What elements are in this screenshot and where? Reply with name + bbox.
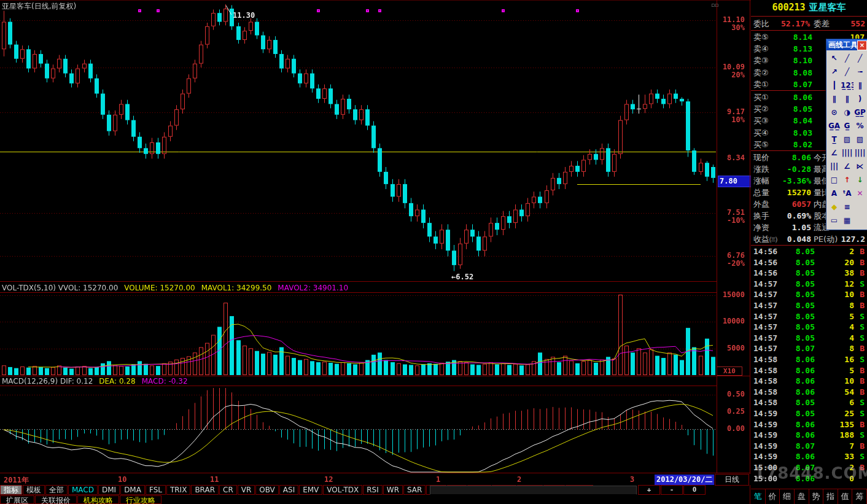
trade-volume: 5 xyxy=(818,365,854,376)
indicator-tab-vr[interactable]: VR xyxy=(238,485,255,495)
vertical-line-tool-icon[interactable]: ┃ xyxy=(828,79,841,92)
chart-scrollbar[interactable] xyxy=(430,486,637,495)
speed-lines-tool-icon[interactable]: ||| xyxy=(828,160,841,173)
info-value: 6057 xyxy=(776,198,811,210)
indicator-tab-obv[interactable]: OBV xyxy=(255,485,279,495)
indicator-tab-rsi[interactable]: RSI xyxy=(363,485,383,495)
trade-volume: 188 xyxy=(818,430,854,440)
parallel-channel-tool-icon[interactable]: ∥ xyxy=(828,92,841,106)
indicator-tab-trix[interactable]: TRIX xyxy=(166,485,190,495)
buy-level-price: 8.03 xyxy=(773,127,812,139)
indicator-tab-模板[interactable]: 模板 xyxy=(23,485,45,495)
chart-corner-icon[interactable]: ▫▫ xyxy=(711,2,718,8)
scroll-button--[interactable]: - xyxy=(661,485,683,495)
ga-tool-icon[interactable]: G̲A̲ xyxy=(828,119,841,133)
buy-level-price: 8.02 xyxy=(773,139,812,150)
drawing-tools-window[interactable]: 画线工具 × ↖╱╱↗╱╼┃1̲2̲3̲∥∥∥)⊙◑G̲P̲G̲A̲G̲%T̲▨… xyxy=(826,39,867,230)
segment-tool-icon[interactable]: ╱ xyxy=(841,65,853,79)
buy-level-price: 8.05 xyxy=(773,103,812,115)
highlight-tool-icon[interactable]: ◆ xyxy=(828,200,841,214)
gann-lines-tool-icon[interactable]: ∥ xyxy=(841,92,853,106)
chart-canvas[interactable] xyxy=(0,0,750,485)
indicator-tab-cr[interactable]: CR xyxy=(219,485,237,495)
indicator-tab-wr[interactable]: WR xyxy=(383,485,403,495)
band-tool-icon[interactable]: ▨ xyxy=(853,133,866,146)
spacer-icon[interactable] xyxy=(853,200,866,214)
trade-side: B xyxy=(860,462,865,473)
delete-drawing-tool-icon[interactable]: ✕ xyxy=(853,187,866,200)
fibonacci-time-tool-icon[interactable]: |||| xyxy=(853,146,866,160)
close-icon[interactable]: × xyxy=(857,41,867,50)
ruler-tool-icon[interactable]: ▭ xyxy=(828,214,841,227)
note-tool-icon[interactable]: ≡ xyxy=(841,200,853,214)
indicator-tab-dma[interactable]: DMA xyxy=(120,485,145,495)
trade-row: 14:598.06188S xyxy=(751,430,867,440)
indicator-tab-asi[interactable]: ASI xyxy=(279,485,298,495)
pointer-tool-icon[interactable]: ↖ xyxy=(828,52,841,65)
indicator-tab-emv[interactable]: EMV xyxy=(299,485,322,495)
rectangle-tool-icon[interactable]: □ xyxy=(828,173,841,187)
info-label: 总量 xyxy=(753,187,769,198)
up-arrow-marker-tool-icon[interactable]: ↑ xyxy=(841,173,853,187)
volume-pane-header: VOL-TDX(5,10) VVOL: 15270.00VOLUME: 1527… xyxy=(2,284,354,292)
arrow-line-tool-icon[interactable]: ↗ xyxy=(828,65,841,79)
indicator-tab-fsl[interactable]: FSL xyxy=(146,485,166,495)
indicator-tab-sar[interactable]: SAR xyxy=(403,485,426,495)
indicator-tab-全部[interactable]: 全部 xyxy=(45,485,68,495)
g-tool-icon[interactable]: G̲ xyxy=(841,119,853,133)
period-selector[interactable]: 日线 xyxy=(715,474,749,486)
timeline-bar[interactable]: 2012/03/20/二 日线 2011年101112123 xyxy=(0,474,750,485)
indicator-tab-brar[interactable]: BRAR xyxy=(191,485,219,495)
price-axis-pct-label: 20% xyxy=(714,71,745,79)
scroll-button-+[interactable]: + xyxy=(638,485,660,495)
gann-angle-tool-icon[interactable]: ∠ xyxy=(841,160,853,173)
numbered-line-tool-icon[interactable]: 1̲2̲3̲ xyxy=(841,79,853,92)
quote-tab-势[interactable]: 势 xyxy=(809,489,824,504)
arc-tool-icon[interactable]: ) xyxy=(853,92,866,106)
indicator-tab-vol-tdx[interactable]: VOL-TDX xyxy=(323,485,362,495)
drawing-tools-title: 画线工具 xyxy=(828,41,858,49)
quote-tab-值[interactable]: 值 xyxy=(838,489,853,504)
spacer2-icon[interactable] xyxy=(853,214,866,227)
indicator-tab-指标[interactable]: 指标 xyxy=(0,485,22,495)
indicator-tab-dmi[interactable]: DMI xyxy=(98,485,120,495)
gann-circle-tool-icon[interactable]: ◑ xyxy=(841,106,853,119)
ray-tool-icon[interactable]: ╱ xyxy=(853,52,866,65)
quote-tab-笔[interactable]: 笔 xyxy=(751,489,766,504)
time-division-tool-icon[interactable]: |||| xyxy=(841,146,853,160)
text-style-tool-icon[interactable]: ᵗA xyxy=(841,187,853,200)
sell-level-label: 卖⑤ xyxy=(753,31,769,43)
down-arrow-marker-tool-icon[interactable]: ↓ xyxy=(853,173,866,187)
scroll-button-0[interactable]: 0 xyxy=(683,485,706,495)
trade-time: 14:56 xyxy=(753,246,777,257)
panel-border xyxy=(750,0,750,504)
settings-tool-icon[interactable]: ▦ xyxy=(841,214,853,227)
indicator-tab-macd[interactable]: MACD xyxy=(68,485,98,495)
t-line-tool-icon[interactable]: T̲ xyxy=(828,133,841,146)
footer-tab-行业攻略[interactable]: 行业攻略 xyxy=(120,495,161,504)
trade-row: 14:578.078B xyxy=(751,343,867,354)
parallel-lines-tool-icon[interactable]: ∥ xyxy=(853,79,866,92)
gp-tool-icon[interactable]: G̲P̲ xyxy=(853,106,866,119)
cycle-circle-tool-icon[interactable]: ⊙ xyxy=(828,106,841,119)
fan-lines-tool-icon[interactable]: ⋉ xyxy=(853,160,866,173)
trade-side: B xyxy=(860,365,865,376)
quote-tab-价[interactable]: 价 xyxy=(766,489,780,504)
stock-terminal-window: 亚星客车(日线,前复权) ▫▫ 11.1030%10.0920%9.1710%8… xyxy=(0,0,867,504)
drawing-tools-titlebar[interactable]: 画线工具 × xyxy=(826,39,867,50)
footer-tab-机构攻略[interactable]: 机构攻略 xyxy=(77,495,119,504)
anchored-line-tool-icon[interactable]: ╼ xyxy=(853,65,866,79)
quote-tab-指[interactable]: 指 xyxy=(823,489,838,504)
zigzag-tool-icon[interactable]: ∠ xyxy=(828,146,841,160)
channel-band-tool-icon[interactable]: ▨ xyxy=(841,133,853,146)
macd-axis-label: 0.00 xyxy=(714,425,745,433)
quote-tab-筹[interactable]: 筹 xyxy=(852,489,867,504)
percent-retrace-tool-icon[interactable]: % xyxy=(853,119,866,133)
quote-tab-细[interactable]: 细 xyxy=(780,489,795,504)
footer-tab-扩展区[interactable]: 扩展区 xyxy=(0,495,34,504)
text-tool-icon[interactable]: A xyxy=(828,187,841,200)
quote-tab-盘[interactable]: 盘 xyxy=(795,489,809,504)
drawing-tools-grid: ↖╱╱↗╱╼┃1̲2̲3̲∥∥∥)⊙◑G̲P̲G̲A̲G̲%T̲▨▨∠|||||… xyxy=(826,50,867,227)
footer-tab-关联报价[interactable]: 关联报价 xyxy=(35,495,77,504)
trendline-tool-icon[interactable]: ╱ xyxy=(841,52,853,65)
